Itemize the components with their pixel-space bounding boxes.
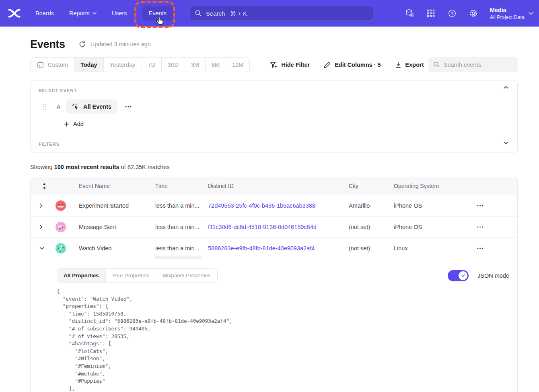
drag-handle-icon[interactable] bbox=[42, 103, 47, 110]
nav-item-reports[interactable]: Reports bbox=[69, 10, 97, 17]
chevron-down-icon bbox=[93, 12, 97, 14]
page-title: Events bbox=[30, 38, 65, 51]
date-option-label: 12M bbox=[232, 62, 243, 68]
date-option-label: Custom bbox=[48, 62, 68, 68]
nav-left-group: Boards Reports Users Events bbox=[8, 0, 173, 27]
event-detail-panel: All Properties Your Properties Mixpanel … bbox=[31, 259, 517, 392]
row-more-icon[interactable] bbox=[477, 248, 517, 249]
date-option-3m[interactable]: 3M bbox=[185, 58, 206, 72]
main-content: Events Updated 3 minutes ago bbox=[0, 37, 539, 392]
tab-your-properties[interactable]: Your Properties bbox=[106, 269, 156, 282]
date-option-today[interactable]: Today bbox=[74, 58, 104, 72]
results-highlight: 100 most recent results bbox=[54, 164, 119, 170]
column-header-event-name[interactable]: Event Name bbox=[79, 183, 155, 189]
search-icon bbox=[433, 61, 440, 68]
top-nav: Boards Reports Users Events bbox=[0, 0, 539, 27]
select-event-section: SELECT EVENT bbox=[31, 80, 517, 94]
cell-city: (not set) bbox=[349, 245, 394, 252]
chevron-right-icon[interactable] bbox=[31, 203, 48, 208]
event-avatar bbox=[48, 200, 79, 211]
date-option-12m[interactable]: 12M bbox=[226, 58, 249, 72]
table-row[interactable]: Message Sent less than a min... f11c30d6… bbox=[31, 217, 517, 238]
date-option-6m[interactable]: 6M bbox=[206, 58, 226, 72]
cell-time: less than a min... bbox=[155, 245, 208, 252]
chevron-up-icon[interactable] bbox=[504, 86, 509, 91]
filters-section[interactable]: FILTERS bbox=[31, 135, 517, 153]
chevron-down-icon[interactable] bbox=[31, 247, 48, 250]
nav-item-events-label: Events bbox=[149, 10, 167, 17]
cell-os: iPhone OS bbox=[394, 224, 477, 230]
global-search-input[interactable] bbox=[206, 10, 368, 17]
table-row[interactable]: Experiment Started less than a min... 72… bbox=[31, 195, 517, 217]
column-header-time[interactable]: Time bbox=[155, 183, 208, 189]
app-window: Boards Reports Users Events bbox=[0, 0, 539, 392]
hide-filter-button[interactable]: Hide Filter bbox=[270, 61, 310, 68]
chevron-down-icon[interactable] bbox=[504, 141, 509, 147]
json-mode-toggle[interactable] bbox=[448, 270, 469, 281]
events-search-field[interactable] bbox=[428, 57, 518, 72]
date-option-label: 7D bbox=[148, 62, 156, 68]
json-mode-group: JSON mode bbox=[448, 270, 509, 281]
column-header-distinct-id[interactable]: Distinct ID bbox=[208, 183, 349, 189]
date-option-7d[interactable]: 7D bbox=[142, 58, 162, 72]
events-search-input[interactable] bbox=[444, 62, 513, 68]
table-toolbar: Hide Filter Edit Columns · 5 bbox=[270, 61, 424, 68]
event-row-more-icon[interactable] bbox=[124, 104, 133, 109]
data-management-icon[interactable] bbox=[405, 8, 414, 18]
date-range-control: Custom Today Yesterday 7D 30D 3M 6M 12M bbox=[30, 57, 250, 72]
export-label: Export bbox=[405, 62, 424, 68]
events-table: Event Name Time Distinct ID City Operati… bbox=[30, 177, 518, 392]
edit-columns-button[interactable]: Edit Columns · 5 bbox=[323, 61, 381, 68]
date-option-label: Yesterday bbox=[110, 62, 136, 68]
nav-item-users[interactable]: Users bbox=[112, 10, 127, 17]
cell-distinct-id-link[interactable]: 72d49553-25fc-4f0c-b436-1b5ac6ab3388 bbox=[208, 202, 349, 209]
edit-columns-label: Edit Columns · 5 bbox=[335, 62, 381, 68]
filter-funnel-icon bbox=[270, 61, 278, 68]
cell-distinct-id-link[interactable]: 5886283e-e9fb-48fb-81de-40e9093a2af4 bbox=[208, 245, 349, 252]
pencil-icon bbox=[323, 61, 331, 68]
settings-gear-icon[interactable] bbox=[469, 8, 478, 18]
collapse-all-icon[interactable] bbox=[31, 183, 79, 190]
date-option-custom[interactable]: Custom bbox=[31, 58, 74, 72]
event-avatar bbox=[48, 222, 79, 232]
add-event-label: Add bbox=[73, 121, 84, 127]
date-option-label: Today bbox=[80, 62, 97, 68]
refresh-icon[interactable] bbox=[78, 40, 86, 48]
help-icon[interactable]: ? bbox=[447, 8, 457, 18]
date-option-label: 6M bbox=[212, 62, 220, 68]
row-more-icon[interactable] bbox=[477, 205, 517, 206]
filters-label: FILTERS bbox=[39, 142, 60, 146]
apps-grid-icon[interactable] bbox=[426, 8, 436, 18]
hide-filter-label: Hide Filter bbox=[281, 62, 310, 68]
date-option-30d[interactable]: 30D bbox=[162, 58, 185, 72]
select-event-label: SELECT EVENT bbox=[39, 88, 77, 93]
nav-item-boards[interactable]: Boards bbox=[35, 10, 54, 17]
cell-time: less than a min... bbox=[155, 224, 208, 230]
table-row-expanded[interactable]: Watch Video less than a min... 5886283e-… bbox=[31, 238, 517, 259]
nav-item-events[interactable]: Events bbox=[142, 6, 173, 21]
export-button[interactable]: Export bbox=[395, 61, 424, 68]
cell-distinct-id-link[interactable]: f11c30d6-dc6d-4518-9136-0d046159c84d bbox=[208, 224, 349, 230]
global-search-bar[interactable] bbox=[189, 6, 373, 21]
column-header-os[interactable]: Operating System bbox=[394, 183, 477, 189]
nav-item-reports-label: Reports bbox=[69, 10, 90, 17]
plus-icon bbox=[64, 121, 70, 127]
toggle-knob bbox=[459, 271, 467, 280]
date-option-yesterday[interactable]: Yesterday bbox=[104, 58, 142, 72]
row-more-icon[interactable] bbox=[477, 226, 517, 228]
project-switcher[interactable]: Media All Project Data bbox=[490, 6, 533, 21]
tab-all-properties[interactable]: All Properties bbox=[57, 269, 106, 282]
add-event-button[interactable]: Add bbox=[64, 121, 84, 127]
time-cell-underline bbox=[155, 256, 201, 259]
date-option-label: 3M bbox=[191, 62, 199, 68]
cell-city: (not set) bbox=[349, 224, 394, 230]
mixpanel-logo-icon[interactable] bbox=[8, 8, 22, 19]
cell-event-name: Experiment Started bbox=[79, 202, 155, 209]
tab-mixpanel-properties[interactable]: Mixpanel Properties bbox=[156, 269, 217, 282]
column-header-city[interactable]: City bbox=[349, 183, 394, 189]
updated-timestamp: Updated 3 minutes ago bbox=[91, 41, 151, 47]
chevron-right-icon[interactable] bbox=[31, 225, 48, 229]
event-selector-chip[interactable]: All Events bbox=[66, 99, 117, 114]
results-prefix: Showing bbox=[30, 164, 54, 170]
cell-event-name: Message Sent bbox=[79, 224, 155, 230]
